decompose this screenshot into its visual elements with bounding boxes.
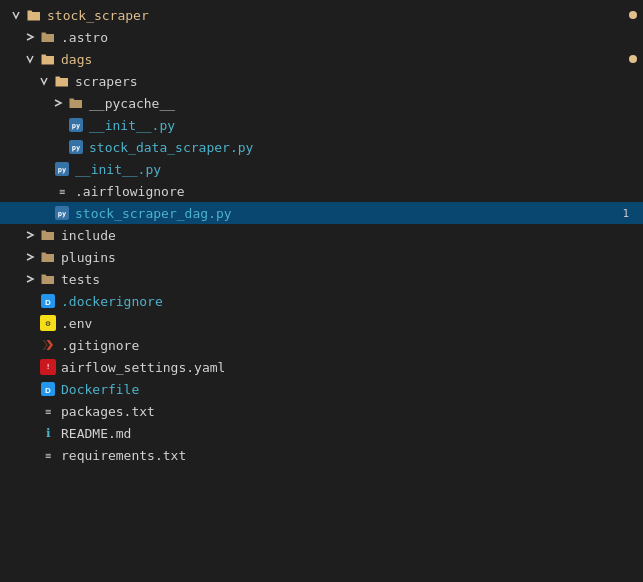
tree-item-init_dags[interactable]: py __init__.py: [0, 158, 643, 180]
folder-icon: [40, 227, 56, 243]
svg-text:D: D: [45, 298, 51, 307]
no-chevron: [50, 139, 66, 155]
file-label: __init__.py: [89, 118, 635, 133]
chevron-right-icon: [22, 227, 38, 243]
tree-item-readme[interactable]: ℹ README.md: [0, 422, 643, 444]
file-badge: 1: [622, 207, 635, 220]
readme-file-icon: ℹ: [40, 425, 56, 441]
no-chevron: [22, 447, 38, 463]
env-file-icon: ⚙: [40, 315, 56, 331]
tree-item-dockerfile[interactable]: D Dockerfile: [0, 378, 643, 400]
text-file-icon: ≡: [54, 183, 70, 199]
folder-open-icon: [26, 7, 42, 23]
file-label: include: [61, 228, 635, 243]
python-file-icon: py: [54, 205, 70, 221]
file-label: .env: [61, 316, 635, 331]
yaml-file-icon: !: [40, 359, 56, 375]
tree-item-airflowignore[interactable]: ≡ .airflowignore: [0, 180, 643, 202]
no-chevron: [36, 183, 52, 199]
tree-item-gitignore[interactable]: .gitignore: [0, 334, 643, 356]
tree-item-astro[interactable]: .astro: [0, 26, 643, 48]
file-label: stock_data_scraper.py: [89, 140, 635, 155]
tree-item-requirements[interactable]: ≡ requirements.txt: [0, 444, 643, 466]
git-file-icon: [40, 337, 56, 353]
no-chevron: [22, 293, 38, 309]
text-file-icon: ≡: [40, 447, 56, 463]
file-label: stock_scraper: [47, 8, 635, 23]
tree-item-pycache[interactable]: __pycache__: [0, 92, 643, 114]
file-label: __init__.py: [75, 162, 635, 177]
no-chevron: [22, 425, 38, 441]
tree-item-stock_scraper[interactable]: stock_scraper: [0, 4, 643, 26]
modified-dot: [629, 55, 637, 63]
folder-icon: [40, 29, 56, 45]
folder-open-icon: [40, 51, 56, 67]
modified-dot: [629, 11, 637, 19]
folder-icon: [40, 271, 56, 287]
python-file-icon: py: [54, 161, 70, 177]
no-chevron: [36, 161, 52, 177]
tree-item-tests[interactable]: tests: [0, 268, 643, 290]
folder-icon: [68, 95, 84, 111]
python-file-icon: py: [68, 117, 84, 133]
no-chevron: [22, 403, 38, 419]
file-label: stock_scraper_dag.py: [75, 206, 622, 221]
tree-item-dags[interactable]: dags: [0, 48, 643, 70]
no-chevron: [22, 381, 38, 397]
no-chevron: [36, 205, 52, 221]
svg-text:py: py: [58, 166, 67, 174]
chevron-right-icon: [22, 249, 38, 265]
chevron-down-icon: [36, 73, 52, 89]
chevron-right-icon: [50, 95, 66, 111]
tree-item-packages[interactable]: ≡ packages.txt: [0, 400, 643, 422]
chevron-down-icon: [22, 51, 38, 67]
folder-open-icon: [54, 73, 70, 89]
file-label: Dockerfile: [61, 382, 635, 397]
tree-item-stock_data_scraper[interactable]: py stock_data_scraper.py: [0, 136, 643, 158]
docker-file-icon: D: [40, 293, 56, 309]
docker-file-icon: D: [40, 381, 56, 397]
svg-text:py: py: [72, 144, 81, 152]
no-chevron: [22, 315, 38, 331]
svg-text:py: py: [72, 122, 81, 130]
no-chevron: [22, 359, 38, 375]
tree-item-init_scrapers[interactable]: py __init__.py: [0, 114, 643, 136]
file-label: .dockerignore: [61, 294, 635, 309]
chevron-down-icon: [8, 7, 24, 23]
tree-item-env[interactable]: ⚙ .env: [0, 312, 643, 334]
tree-item-airflow_settings[interactable]: ! airflow_settings.yaml: [0, 356, 643, 378]
file-label: airflow_settings.yaml: [61, 360, 635, 375]
file-label: README.md: [61, 426, 635, 441]
tree-item-include[interactable]: include: [0, 224, 643, 246]
chevron-right-icon: [22, 271, 38, 287]
tree-item-scrapers[interactable]: scrapers: [0, 70, 643, 92]
tree-item-plugins[interactable]: plugins: [0, 246, 643, 268]
file-tree: stock_scraper .astro dags scrapers __pyc…: [0, 0, 643, 470]
file-label: .gitignore: [61, 338, 635, 353]
no-chevron: [50, 117, 66, 133]
tree-item-stock_scraper_dag[interactable]: py stock_scraper_dag.py 1: [0, 202, 643, 224]
python-file-icon: py: [68, 139, 84, 155]
file-label: .astro: [61, 30, 635, 45]
text-file-icon: ≡: [40, 403, 56, 419]
file-label: __pycache__: [89, 96, 635, 111]
svg-text:py: py: [58, 210, 67, 218]
file-label: packages.txt: [61, 404, 635, 419]
file-label: .airflowignore: [75, 184, 635, 199]
svg-text:D: D: [45, 386, 51, 395]
file-label: scrapers: [75, 74, 635, 89]
file-label: tests: [61, 272, 635, 287]
file-label: requirements.txt: [61, 448, 635, 463]
file-label: plugins: [61, 250, 635, 265]
file-label: dags: [61, 52, 635, 67]
no-chevron: [22, 337, 38, 353]
tree-item-dockerignore[interactable]: D .dockerignore: [0, 290, 643, 312]
folder-icon: [40, 249, 56, 265]
chevron-right-icon: [22, 29, 38, 45]
